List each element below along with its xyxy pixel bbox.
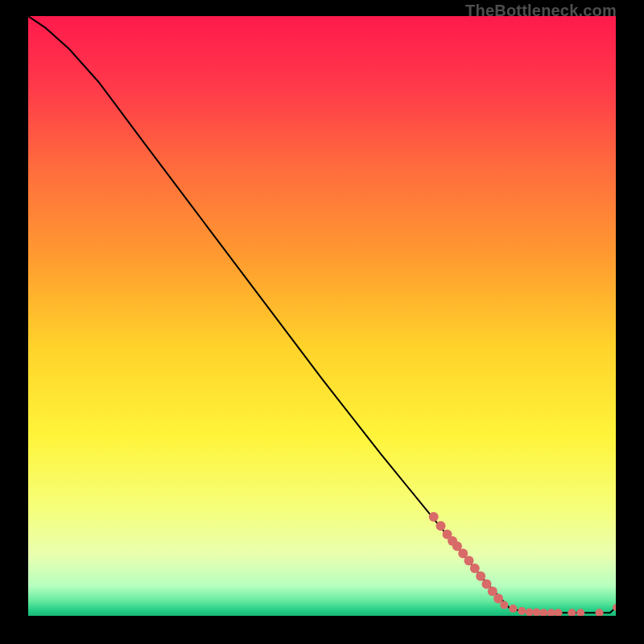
chart-viewport: TheBottleneck.com <box>0 0 644 644</box>
data-marker <box>436 521 446 530</box>
data-marker <box>518 607 526 615</box>
data-marker <box>464 556 474 566</box>
data-marker <box>429 512 439 522</box>
plot-area <box>28 16 616 616</box>
data-marker <box>500 601 508 609</box>
chart-svg <box>28 16 616 616</box>
data-marker <box>493 593 503 603</box>
data-marker <box>509 605 517 613</box>
data-marker <box>476 572 485 581</box>
data-marker <box>470 564 480 573</box>
